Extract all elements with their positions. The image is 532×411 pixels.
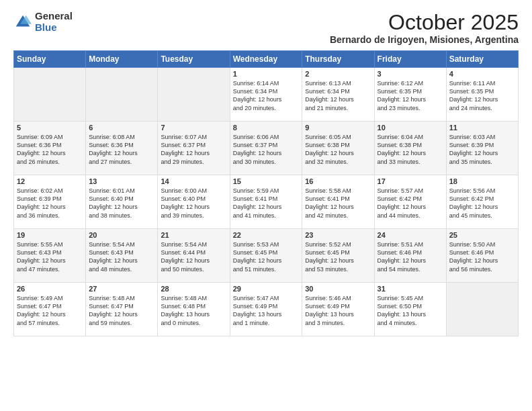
weekday-header: Friday [374, 51, 446, 68]
cell-info: Sunrise: 5:49 AM Sunset: 6:47 PM Dayligh… [17, 294, 83, 327]
calendar-cell: 4Sunrise: 6:11 AM Sunset: 6:35 PM Daylig… [446, 68, 518, 122]
cell-info: Sunrise: 6:14 AM Sunset: 6:34 PM Dayligh… [233, 79, 300, 112]
day-number: 29 [233, 285, 300, 293]
weekday-header: Tuesday [158, 51, 230, 68]
calendar-cell: 28Sunrise: 5:48 AM Sunset: 6:48 PM Dayli… [158, 283, 230, 336]
cell-info: Sunrise: 5:56 AM Sunset: 6:42 PM Dayligh… [449, 187, 515, 220]
calendar-cell: 12Sunrise: 6:02 AM Sunset: 6:39 PM Dayli… [14, 175, 86, 229]
day-number: 3 [378, 70, 443, 78]
cell-info: Sunrise: 6:13 AM Sunset: 6:34 PM Dayligh… [305, 79, 371, 112]
page-header: General Blue October 2025 Bernardo de Ir… [13, 11, 519, 45]
day-number: 27 [89, 285, 154, 293]
cell-info: Sunrise: 6:06 AM Sunset: 6:37 PM Dayligh… [233, 133, 300, 166]
day-number: 19 [17, 231, 83, 239]
cell-info: Sunrise: 5:59 AM Sunset: 6:41 PM Dayligh… [233, 187, 300, 220]
day-number: 25 [449, 231, 515, 239]
calendar-cell: 6Sunrise: 6:08 AM Sunset: 6:36 PM Daylig… [86, 122, 158, 175]
calendar-cell: 17Sunrise: 5:57 AM Sunset: 6:42 PM Dayli… [374, 175, 446, 229]
calendar-cell: 21Sunrise: 5:54 AM Sunset: 6:44 PM Dayli… [158, 229, 230, 283]
calendar-cell: 26Sunrise: 5:49 AM Sunset: 6:47 PM Dayli… [14, 283, 86, 336]
calendar-week-row: 1Sunrise: 6:14 AM Sunset: 6:34 PM Daylig… [14, 68, 519, 122]
cell-info: Sunrise: 5:48 AM Sunset: 6:47 PM Dayligh… [89, 294, 154, 327]
calendar-cell: 3Sunrise: 6:12 AM Sunset: 6:35 PM Daylig… [374, 68, 446, 122]
day-number: 17 [378, 177, 443, 185]
calendar-cell: 14Sunrise: 6:00 AM Sunset: 6:40 PM Dayli… [158, 175, 230, 229]
calendar-cell [446, 283, 518, 336]
day-number: 4 [449, 70, 515, 78]
calendar-cell: 15Sunrise: 5:59 AM Sunset: 6:41 PM Dayli… [230, 175, 302, 229]
calendar-cell: 22Sunrise: 5:53 AM Sunset: 6:45 PM Dayli… [230, 229, 302, 283]
cell-info: Sunrise: 6:00 AM Sunset: 6:40 PM Dayligh… [161, 187, 226, 220]
cell-info: Sunrise: 6:07 AM Sunset: 6:37 PM Dayligh… [161, 133, 226, 166]
calendar-cell [86, 68, 158, 122]
calendar-cell: 25Sunrise: 5:50 AM Sunset: 6:46 PM Dayli… [446, 229, 518, 283]
calendar-cell: 20Sunrise: 5:54 AM Sunset: 6:43 PM Dayli… [86, 229, 158, 283]
cell-info: Sunrise: 5:47 AM Sunset: 6:49 PM Dayligh… [233, 294, 300, 327]
calendar-week-row: 19Sunrise: 5:55 AM Sunset: 6:43 PM Dayli… [14, 229, 519, 283]
calendar-cell: 9Sunrise: 6:05 AM Sunset: 6:38 PM Daylig… [302, 122, 374, 175]
cell-info: Sunrise: 5:45 AM Sunset: 6:50 PM Dayligh… [378, 294, 443, 327]
cell-info: Sunrise: 6:02 AM Sunset: 6:39 PM Dayligh… [17, 187, 83, 220]
month-title: October 2025 [330, 11, 519, 34]
title-block: October 2025 Bernardo de Irigoyen, Misio… [330, 11, 519, 45]
location-subtitle: Bernardo de Irigoyen, Misiones, Argentin… [330, 34, 519, 45]
calendar-cell: 29Sunrise: 5:47 AM Sunset: 6:49 PM Dayli… [230, 283, 302, 336]
day-number: 26 [17, 285, 83, 293]
calendar-cell: 31Sunrise: 5:45 AM Sunset: 6:50 PM Dayli… [374, 283, 446, 336]
day-number: 7 [161, 124, 226, 132]
day-number: 24 [378, 231, 443, 239]
day-number: 21 [161, 231, 226, 239]
cell-info: Sunrise: 6:12 AM Sunset: 6:35 PM Dayligh… [378, 79, 443, 112]
day-number: 8 [233, 124, 300, 132]
calendar-cell: 7Sunrise: 6:07 AM Sunset: 6:37 PM Daylig… [158, 122, 230, 175]
cell-info: Sunrise: 6:03 AM Sunset: 6:39 PM Dayligh… [449, 133, 515, 166]
day-number: 1 [233, 70, 300, 78]
day-number: 23 [305, 231, 371, 239]
day-number: 5 [17, 124, 83, 132]
calendar-cell: 27Sunrise: 5:48 AM Sunset: 6:47 PM Dayli… [86, 283, 158, 336]
calendar-cell: 11Sunrise: 6:03 AM Sunset: 6:39 PM Dayli… [446, 122, 518, 175]
day-number: 6 [89, 124, 154, 132]
weekday-header: Thursday [302, 51, 374, 68]
day-number: 13 [89, 177, 154, 185]
day-number: 12 [17, 177, 83, 185]
calendar-week-row: 26Sunrise: 5:49 AM Sunset: 6:47 PM Dayli… [14, 283, 519, 336]
day-number: 11 [449, 124, 515, 132]
calendar-week-row: 5Sunrise: 6:09 AM Sunset: 6:36 PM Daylig… [14, 122, 519, 175]
cell-info: Sunrise: 6:09 AM Sunset: 6:36 PM Dayligh… [17, 133, 83, 166]
cell-info: Sunrise: 5:54 AM Sunset: 6:44 PM Dayligh… [161, 240, 226, 273]
calendar-cell: 10Sunrise: 6:04 AM Sunset: 6:38 PM Dayli… [374, 122, 446, 175]
logo: General Blue [13, 11, 73, 33]
cell-info: Sunrise: 5:48 AM Sunset: 6:48 PM Dayligh… [161, 294, 226, 327]
logo-icon [13, 13, 32, 32]
calendar-cell: 2Sunrise: 6:13 AM Sunset: 6:34 PM Daylig… [302, 68, 374, 122]
day-number: 22 [233, 231, 300, 239]
day-number: 28 [161, 285, 226, 293]
cell-info: Sunrise: 6:11 AM Sunset: 6:35 PM Dayligh… [449, 79, 515, 112]
calendar-cell: 18Sunrise: 5:56 AM Sunset: 6:42 PM Dayli… [446, 175, 518, 229]
cell-info: Sunrise: 6:05 AM Sunset: 6:38 PM Dayligh… [305, 133, 371, 166]
cell-info: Sunrise: 6:08 AM Sunset: 6:36 PM Dayligh… [89, 133, 154, 166]
calendar-cell: 19Sunrise: 5:55 AM Sunset: 6:43 PM Dayli… [14, 229, 86, 283]
calendar-cell [158, 68, 230, 122]
calendar-header-row: SundayMondayTuesdayWednesdayThursdayFrid… [14, 51, 519, 68]
day-number: 9 [305, 124, 371, 132]
day-number: 15 [233, 177, 300, 185]
cell-info: Sunrise: 5:51 AM Sunset: 6:46 PM Dayligh… [378, 240, 443, 273]
cell-info: Sunrise: 5:57 AM Sunset: 6:42 PM Dayligh… [378, 187, 443, 220]
cell-info: Sunrise: 6:04 AM Sunset: 6:38 PM Dayligh… [378, 133, 443, 166]
day-number: 16 [305, 177, 371, 185]
day-number: 10 [378, 124, 443, 132]
calendar-cell: 16Sunrise: 5:58 AM Sunset: 6:41 PM Dayli… [302, 175, 374, 229]
cell-info: Sunrise: 5:52 AM Sunset: 6:45 PM Dayligh… [305, 240, 371, 273]
day-number: 31 [378, 285, 443, 293]
calendar-cell: 1Sunrise: 6:14 AM Sunset: 6:34 PM Daylig… [230, 68, 302, 122]
weekday-header: Wednesday [230, 51, 302, 68]
cell-info: Sunrise: 5:55 AM Sunset: 6:43 PM Dayligh… [17, 240, 83, 273]
calendar-cell: 5Sunrise: 6:09 AM Sunset: 6:36 PM Daylig… [14, 122, 86, 175]
day-number: 30 [305, 285, 371, 293]
weekday-header: Monday [86, 51, 158, 68]
calendar-cell: 24Sunrise: 5:51 AM Sunset: 6:46 PM Dayli… [374, 229, 446, 283]
calendar-cell: 23Sunrise: 5:52 AM Sunset: 6:45 PM Dayli… [302, 229, 374, 283]
calendar-cell: 30Sunrise: 5:46 AM Sunset: 6:49 PM Dayli… [302, 283, 374, 336]
